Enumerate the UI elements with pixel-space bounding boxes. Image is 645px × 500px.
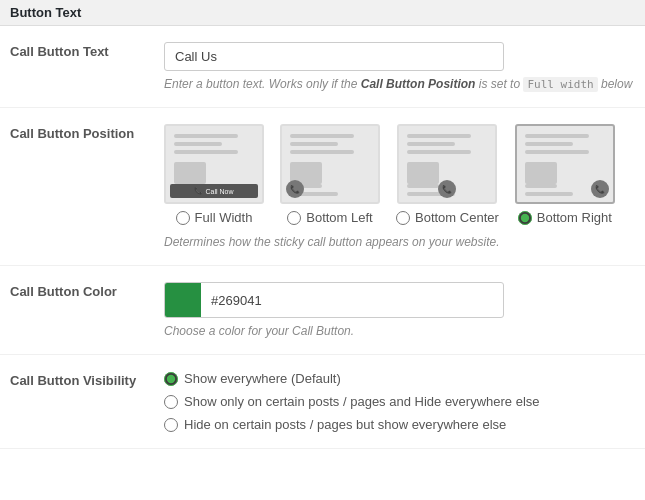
page-top-bar: Button Text bbox=[0, 0, 645, 26]
radio-row-full-width: Full Width bbox=[176, 210, 253, 225]
line3 bbox=[174, 150, 238, 154]
bottom-left-btn: 📞 bbox=[286, 180, 304, 198]
thumb bbox=[407, 162, 439, 184]
call-button-text-label: Call Button Text bbox=[0, 26, 160, 108]
full-width-btn-text: Call Now bbox=[205, 188, 233, 195]
radio-full-width[interactable] bbox=[176, 211, 190, 225]
thumb bbox=[174, 162, 206, 184]
position-option-bottom-right[interactable]: 📞 Bottom Right bbox=[515, 124, 615, 225]
call-button-visibility-label: Call Button Visibility bbox=[0, 355, 160, 449]
position-options: 📞 Call Now Full Width bbox=[164, 124, 635, 225]
call-button-position-label: Call Button Position bbox=[0, 108, 160, 266]
call-button-text-row: Call Button Text Enter a button text. Wo… bbox=[0, 26, 645, 108]
line2 bbox=[407, 142, 455, 146]
line2 bbox=[174, 142, 222, 146]
color-hint: Choose a color for your Call Button. bbox=[164, 324, 635, 338]
phone-icon-br: 📞 bbox=[595, 185, 605, 194]
line1 bbox=[407, 134, 471, 138]
line4 bbox=[525, 184, 557, 188]
radio-bottom-left[interactable] bbox=[287, 211, 301, 225]
call-button-visibility-row: Call Button Visibility Show everywhere (… bbox=[0, 355, 645, 449]
color-input-row bbox=[164, 282, 504, 318]
radio-hide-certain[interactable] bbox=[164, 418, 178, 432]
visibility-options: Show everywhere (Default) Show only on c… bbox=[164, 371, 635, 432]
visibility-row-certain-hide: Hide on certain posts / pages but show e… bbox=[164, 417, 635, 432]
top-bar-label: Button Text bbox=[10, 5, 81, 20]
radio-show-everywhere[interactable] bbox=[164, 372, 178, 386]
label-hide-certain[interactable]: Hide on certain posts / pages but show e… bbox=[184, 417, 506, 432]
label-bottom-right[interactable]: Bottom Right bbox=[537, 210, 612, 225]
radio-row-bottom-right: Bottom Right bbox=[518, 210, 612, 225]
radio-show-certain[interactable] bbox=[164, 395, 178, 409]
full-width-btn: 📞 Call Now bbox=[170, 184, 258, 198]
call-button-text-hint: Enter a button text. Works only if the C… bbox=[164, 77, 635, 91]
settings-table: Call Button Text Enter a button text. Wo… bbox=[0, 26, 645, 449]
radio-row-bottom-left: Bottom Left bbox=[287, 210, 372, 225]
position-option-bottom-left[interactable]: 📞 Bottom Left bbox=[280, 124, 380, 225]
call-button-color-content: Choose a color for your Call Button. bbox=[160, 266, 645, 355]
call-button-visibility-content: Show everywhere (Default) Show only on c… bbox=[160, 355, 645, 449]
label-full-width[interactable]: Full Width bbox=[195, 210, 253, 225]
position-preview-bottom-center: 📞 bbox=[397, 124, 497, 204]
call-button-color-row: Call Button Color Choose a color for you… bbox=[0, 266, 645, 355]
line2 bbox=[290, 142, 338, 146]
line3 bbox=[407, 150, 471, 154]
line4 bbox=[407, 184, 439, 188]
bottom-center-btn: 📞 bbox=[438, 180, 456, 198]
line1 bbox=[174, 134, 238, 138]
call-button-text-input[interactable] bbox=[164, 42, 504, 71]
position-option-bottom-center[interactable]: 📞 Bottom Center bbox=[396, 124, 499, 225]
line1 bbox=[290, 134, 354, 138]
position-preview-full-width: 📞 Call Now bbox=[164, 124, 264, 204]
radio-bottom-right[interactable] bbox=[518, 211, 532, 225]
radio-bottom-center[interactable] bbox=[396, 211, 410, 225]
label-show-everywhere[interactable]: Show everywhere (Default) bbox=[184, 371, 341, 386]
label-bottom-left[interactable]: Bottom Left bbox=[306, 210, 372, 225]
label-bottom-center[interactable]: Bottom Center bbox=[415, 210, 499, 225]
bottom-right-btn: 📞 bbox=[591, 180, 609, 198]
color-swatch[interactable] bbox=[165, 283, 201, 317]
visibility-row-everywhere: Show everywhere (Default) bbox=[164, 371, 635, 386]
line2 bbox=[525, 142, 573, 146]
line3 bbox=[290, 150, 354, 154]
position-preview-bottom-right: 📞 bbox=[515, 124, 615, 204]
line1 bbox=[525, 134, 589, 138]
color-hex-input[interactable] bbox=[201, 287, 503, 314]
phone-icon-full: 📞 bbox=[194, 187, 203, 195]
call-button-position-row: Call Button Position bbox=[0, 108, 645, 266]
position-preview-bottom-left: 📞 bbox=[280, 124, 380, 204]
visibility-row-certain-show: Show only on certain posts / pages and H… bbox=[164, 394, 635, 409]
position-hint: Determines how the sticky call button ap… bbox=[164, 235, 635, 249]
call-button-text-content: Enter a button text. Works only if the C… bbox=[160, 26, 645, 108]
thumb bbox=[525, 162, 557, 184]
call-button-color-label: Call Button Color bbox=[0, 266, 160, 355]
phone-icon-bc: 📞 bbox=[442, 185, 452, 194]
label-show-certain[interactable]: Show only on certain posts / pages and H… bbox=[184, 394, 540, 409]
phone-icon-bl: 📞 bbox=[290, 185, 300, 194]
line5 bbox=[525, 192, 573, 196]
radio-row-bottom-center: Bottom Center bbox=[396, 210, 499, 225]
line3 bbox=[525, 150, 589, 154]
call-button-position-content: 📞 Call Now Full Width bbox=[160, 108, 645, 266]
position-option-full-width[interactable]: 📞 Call Now Full Width bbox=[164, 124, 264, 225]
